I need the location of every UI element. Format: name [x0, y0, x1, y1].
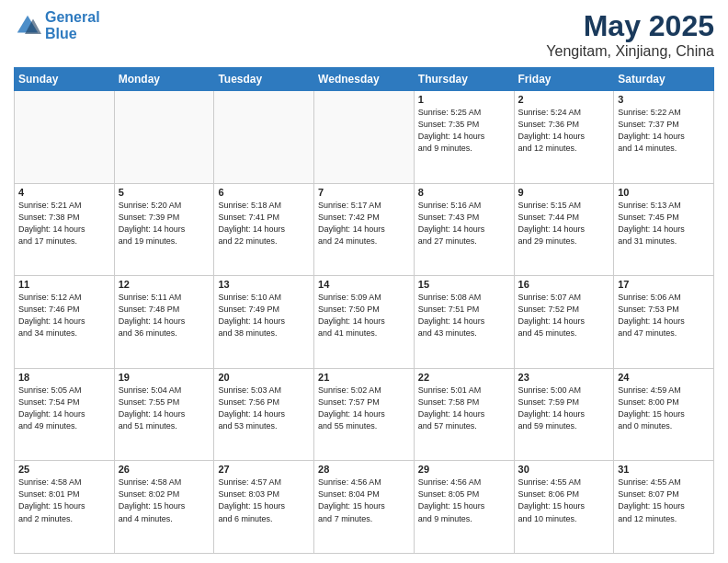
- day-info: Sunrise: 5:20 AM Sunset: 7:39 PM Dayligh…: [119, 200, 210, 247]
- header: General Blue May 2025 Yengitam, Xinjiang…: [14, 9, 714, 60]
- calendar-cell: 3Sunrise: 5:22 AM Sunset: 7:37 PM Daylig…: [614, 91, 714, 184]
- calendar-cell: 14Sunrise: 5:09 AM Sunset: 7:50 PM Dayli…: [314, 276, 415, 369]
- day-number: 18: [18, 372, 110, 383]
- day-number: 12: [119, 279, 210, 290]
- month-title: May 2025: [546, 9, 714, 43]
- day-info: Sunrise: 5:16 AM Sunset: 7:43 PM Dayligh…: [418, 200, 510, 247]
- day-number: 22: [418, 372, 510, 383]
- day-info: Sunrise: 5:17 AM Sunset: 7:42 PM Dayligh…: [318, 200, 410, 247]
- calendar-cell: 30Sunrise: 4:55 AM Sunset: 8:06 PM Dayli…: [514, 461, 614, 554]
- day-info: Sunrise: 5:03 AM Sunset: 7:56 PM Dayligh…: [218, 385, 310, 432]
- logo-icon: [14, 12, 41, 40]
- day-info: Sunrise: 5:02 AM Sunset: 7:57 PM Dayligh…: [318, 385, 410, 432]
- day-info: Sunrise: 5:21 AM Sunset: 7:38 PM Dayligh…: [18, 200, 110, 247]
- day-info: Sunrise: 4:55 AM Sunset: 8:07 PM Dayligh…: [618, 477, 710, 524]
- calendar-header-row: SundayMondayTuesdayWednesdayThursdayFrid…: [15, 68, 714, 91]
- calendar-cell: 23Sunrise: 5:00 AM Sunset: 7:59 PM Dayli…: [514, 368, 614, 461]
- calendar-cell: 2Sunrise: 5:24 AM Sunset: 7:36 PM Daylig…: [514, 91, 614, 184]
- day-info: Sunrise: 5:05 AM Sunset: 7:54 PM Dayligh…: [18, 385, 110, 432]
- calendar-cell: 12Sunrise: 5:11 AM Sunset: 7:48 PM Dayli…: [114, 276, 214, 369]
- day-info: Sunrise: 5:00 AM Sunset: 7:59 PM Dayligh…: [518, 385, 610, 432]
- calendar-cell: 11Sunrise: 5:12 AM Sunset: 7:46 PM Dayli…: [15, 276, 115, 369]
- day-info: Sunrise: 4:58 AM Sunset: 8:01 PM Dayligh…: [18, 477, 110, 524]
- day-info: Sunrise: 5:07 AM Sunset: 7:52 PM Dayligh…: [518, 292, 610, 339]
- calendar-cell: 4Sunrise: 5:21 AM Sunset: 7:38 PM Daylig…: [15, 183, 115, 276]
- calendar-cell: 16Sunrise: 5:07 AM Sunset: 7:52 PM Dayli…: [514, 276, 614, 369]
- day-number: 30: [518, 464, 610, 475]
- day-info: Sunrise: 5:06 AM Sunset: 7:53 PM Dayligh…: [618, 292, 710, 339]
- calendar-cell: 29Sunrise: 4:56 AM Sunset: 8:05 PM Dayli…: [414, 461, 514, 554]
- calendar-cell: 18Sunrise: 5:05 AM Sunset: 7:54 PM Dayli…: [15, 368, 115, 461]
- calendar-cell: 31Sunrise: 4:55 AM Sunset: 8:07 PM Dayli…: [614, 461, 714, 554]
- day-number: 21: [318, 372, 410, 383]
- calendar-cell: 21Sunrise: 5:02 AM Sunset: 7:57 PM Dayli…: [314, 368, 415, 461]
- calendar-cell: 17Sunrise: 5:06 AM Sunset: 7:53 PM Dayli…: [614, 276, 714, 369]
- day-info: Sunrise: 5:01 AM Sunset: 7:58 PM Dayligh…: [418, 385, 510, 432]
- day-number: 11: [18, 279, 110, 290]
- day-number: 6: [218, 187, 310, 198]
- calendar-cell: 22Sunrise: 5:01 AM Sunset: 7:58 PM Dayli…: [414, 368, 514, 461]
- calendar-week-1: 1Sunrise: 5:25 AM Sunset: 7:35 PM Daylig…: [15, 91, 714, 184]
- day-info: Sunrise: 4:59 AM Sunset: 8:00 PM Dayligh…: [618, 385, 710, 432]
- weekday-header-wednesday: Wednesday: [314, 68, 415, 91]
- day-number: 10: [618, 187, 710, 198]
- day-number: 29: [418, 464, 510, 475]
- day-info: Sunrise: 5:10 AM Sunset: 7:49 PM Dayligh…: [218, 292, 310, 339]
- day-number: 20: [218, 372, 310, 383]
- weekday-header-thursday: Thursday: [414, 68, 514, 91]
- weekday-header-sunday: Sunday: [15, 68, 115, 91]
- calendar-cell: 28Sunrise: 4:56 AM Sunset: 8:04 PM Dayli…: [314, 461, 415, 554]
- day-info: Sunrise: 4:58 AM Sunset: 8:02 PM Dayligh…: [119, 477, 210, 524]
- calendar-cell: 20Sunrise: 5:03 AM Sunset: 7:56 PM Dayli…: [214, 368, 314, 461]
- day-info: Sunrise: 5:12 AM Sunset: 7:46 PM Dayligh…: [18, 292, 110, 339]
- day-info: Sunrise: 5:13 AM Sunset: 7:45 PM Dayligh…: [618, 200, 710, 247]
- day-info: Sunrise: 4:57 AM Sunset: 8:03 PM Dayligh…: [218, 477, 310, 524]
- day-number: 23: [518, 372, 610, 383]
- day-number: 24: [618, 372, 710, 383]
- calendar-cell: 8Sunrise: 5:16 AM Sunset: 7:43 PM Daylig…: [414, 183, 514, 276]
- calendar-cell: 13Sunrise: 5:10 AM Sunset: 7:49 PM Dayli…: [214, 276, 314, 369]
- calendar-cell: 27Sunrise: 4:57 AM Sunset: 8:03 PM Dayli…: [214, 461, 314, 554]
- day-number: 28: [318, 464, 410, 475]
- day-number: 13: [218, 279, 310, 290]
- day-number: 17: [618, 279, 710, 290]
- day-info: Sunrise: 5:24 AM Sunset: 7:36 PM Dayligh…: [518, 107, 610, 155]
- calendar-cell: 10Sunrise: 5:13 AM Sunset: 7:45 PM Dayli…: [614, 183, 714, 276]
- day-info: Sunrise: 5:22 AM Sunset: 7:37 PM Dayligh…: [618, 107, 710, 155]
- calendar-cell: [114, 91, 214, 184]
- calendar-cell: 25Sunrise: 4:58 AM Sunset: 8:01 PM Dayli…: [15, 461, 115, 554]
- calendar-week-5: 25Sunrise: 4:58 AM Sunset: 8:01 PM Dayli…: [15, 461, 714, 554]
- day-info: Sunrise: 5:09 AM Sunset: 7:50 PM Dayligh…: [318, 292, 410, 339]
- page: General Blue May 2025 Yengitam, Xinjiang…: [0, 0, 728, 563]
- day-number: 16: [518, 279, 610, 290]
- day-info: Sunrise: 5:15 AM Sunset: 7:44 PM Dayligh…: [518, 200, 610, 247]
- day-number: 19: [119, 372, 210, 383]
- calendar-cell: 7Sunrise: 5:17 AM Sunset: 7:42 PM Daylig…: [314, 183, 415, 276]
- calendar-cell: [214, 91, 314, 184]
- weekday-header-saturday: Saturday: [614, 68, 714, 91]
- day-info: Sunrise: 4:56 AM Sunset: 8:05 PM Dayligh…: [418, 477, 510, 524]
- day-number: 4: [18, 187, 110, 198]
- day-number: 7: [318, 187, 410, 198]
- calendar-week-2: 4Sunrise: 5:21 AM Sunset: 7:38 PM Daylig…: [15, 183, 714, 276]
- calendar-cell: 6Sunrise: 5:18 AM Sunset: 7:41 PM Daylig…: [214, 183, 314, 276]
- day-number: 26: [119, 464, 210, 475]
- day-number: 8: [418, 187, 510, 198]
- day-number: 5: [119, 187, 210, 198]
- calendar-cell: 9Sunrise: 5:15 AM Sunset: 7:44 PM Daylig…: [514, 183, 614, 276]
- day-number: 1: [418, 94, 510, 105]
- weekday-header-friday: Friday: [514, 68, 614, 91]
- weekday-header-tuesday: Tuesday: [214, 68, 314, 91]
- calendar-week-3: 11Sunrise: 5:12 AM Sunset: 7:46 PM Dayli…: [15, 276, 714, 369]
- weekday-header-monday: Monday: [114, 68, 214, 91]
- calendar-cell: 15Sunrise: 5:08 AM Sunset: 7:51 PM Dayli…: [414, 276, 514, 369]
- day-info: Sunrise: 4:55 AM Sunset: 8:06 PM Dayligh…: [518, 477, 610, 524]
- logo: General Blue: [14, 9, 100, 41]
- calendar-cell: 26Sunrise: 4:58 AM Sunset: 8:02 PM Dayli…: [114, 461, 214, 554]
- day-number: 25: [18, 464, 110, 475]
- day-info: Sunrise: 4:56 AM Sunset: 8:04 PM Dayligh…: [318, 477, 410, 524]
- calendar-cell: [314, 91, 415, 184]
- day-info: Sunrise: 5:25 AM Sunset: 7:35 PM Dayligh…: [418, 107, 510, 155]
- calendar-cell: 1Sunrise: 5:25 AM Sunset: 7:35 PM Daylig…: [414, 91, 514, 184]
- day-info: Sunrise: 5:11 AM Sunset: 7:48 PM Dayligh…: [119, 292, 210, 339]
